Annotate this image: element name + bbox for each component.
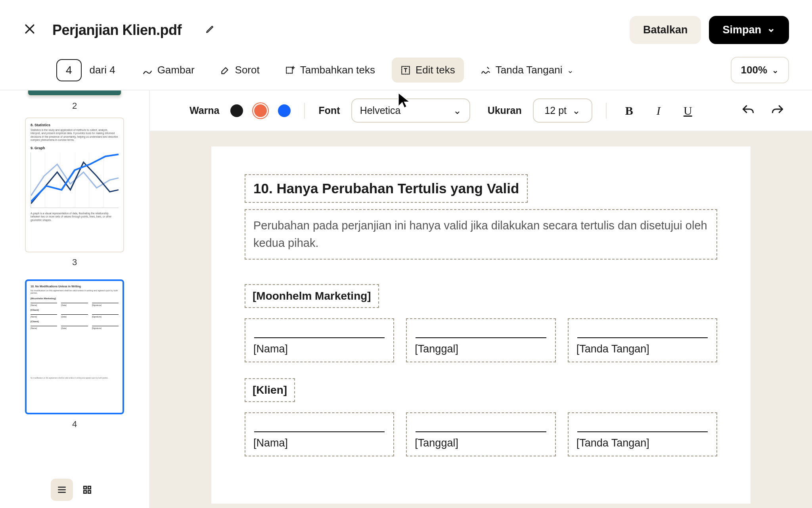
- highlight-tool[interactable]: Sorot: [211, 58, 268, 83]
- chevron-down-icon: ⌄: [772, 65, 779, 75]
- draw-icon: [142, 65, 153, 75]
- svg-rect-0: [286, 67, 292, 73]
- field-caption: [Tanda Tangan]: [576, 437, 709, 449]
- color-swatch-black[interactable]: [230, 104, 243, 117]
- thumb-text: Statistics is the study and application …: [31, 129, 119, 142]
- page-count-label: dari 4: [90, 64, 115, 76]
- edit-text-icon: [400, 65, 411, 75]
- editable-name-field[interactable]: [Nama]: [245, 318, 394, 362]
- svg-rect-5: [88, 491, 91, 493]
- underline-button[interactable]: U: [679, 104, 697, 117]
- thumbnail-number: 4: [72, 419, 77, 429]
- chevron-down-icon: [767, 24, 776, 36]
- editable-body[interactable]: Perubahan pada perjanjian ini hanya vali…: [245, 209, 717, 260]
- save-button[interactable]: Simpan: [709, 16, 789, 44]
- editable-name-field[interactable]: [Nama]: [245, 412, 394, 456]
- color-label: Warna: [190, 105, 219, 116]
- color-swatch-blue[interactable]: [278, 104, 291, 117]
- thumbnail-page-3[interactable]: 8. Statistics Statistics is the study an…: [25, 117, 124, 252]
- chevron-down-icon: ⌄: [453, 105, 462, 116]
- font-label: Font: [318, 105, 340, 116]
- grid-view-toggle[interactable]: [76, 479, 98, 501]
- document-canvas[interactable]: 10. Hanya Perubahan Tertulis yang Valid …: [150, 131, 812, 508]
- editable-heading[interactable]: 10. Hanya Perubahan Tertulis yang Valid: [245, 174, 528, 203]
- add-text-label: Tambahkan teks: [300, 64, 375, 76]
- rename-icon[interactable]: [205, 24, 215, 36]
- cancel-label: Batalkan: [643, 24, 688, 36]
- list-view-toggle[interactable]: [51, 479, 73, 501]
- font-select[interactable]: Helvetica ⌄: [351, 98, 470, 123]
- chevron-down-icon: ⌄: [567, 65, 574, 75]
- undo-button[interactable]: [741, 104, 755, 117]
- sign-icon: [481, 65, 491, 75]
- svg-rect-3: [88, 486, 91, 489]
- italic-button[interactable]: I: [649, 104, 668, 117]
- editable-signature-field[interactable]: [Tanda Tangan]: [568, 412, 717, 456]
- redo-button[interactable]: [771, 104, 784, 117]
- svg-rect-2: [84, 486, 86, 489]
- field-caption: [Tanggal]: [415, 437, 547, 449]
- thumbnail-sidebar: 2 8. Statistics Statistics is the study …: [0, 90, 150, 508]
- size-label: Ukuran: [488, 105, 522, 116]
- thumbnail-page-4[interactable]: 10. No Modifications Unless in Writing N…: [25, 279, 124, 414]
- bold-button[interactable]: B: [620, 104, 638, 117]
- thumb-heading: 8. Statistics: [31, 123, 119, 127]
- svg-rect-4: [84, 491, 86, 493]
- thumbnail-number: 3: [72, 257, 77, 267]
- chevron-down-icon: ⌄: [572, 105, 580, 116]
- draw-label: Gambar: [157, 64, 195, 76]
- editable-date-field[interactable]: [Tanggal]: [406, 412, 555, 456]
- color-swatch-orange[interactable]: [254, 104, 267, 117]
- page: 10. Hanya Perubahan Tertulis yang Valid …: [211, 146, 751, 504]
- format-bar: Warna Font Helvetica ⌄ Ukuran 12 pt ⌄ B …: [150, 90, 812, 131]
- toolbar: 4 dari 4 Gambar Sorot Tambahkan teks: [0, 54, 812, 90]
- highlight-icon: [220, 65, 230, 75]
- field-caption: [Nama]: [253, 437, 385, 449]
- thumb-heading: 10. No Modifications Unless in Writing: [31, 285, 119, 288]
- thumb-footer: No modification on this agreement shall …: [31, 377, 119, 379]
- divider: [304, 103, 305, 119]
- field-caption: [Tanda Tangan]: [576, 343, 709, 355]
- cancel-button[interactable]: Batalkan: [630, 16, 701, 44]
- thumb-text: [Moonhelm Marketing]: [31, 297, 119, 300]
- sign-label: Tanda Tangani: [496, 64, 563, 76]
- add-text-tool[interactable]: Tambahkan teks: [276, 58, 384, 83]
- thumb-chart: [31, 152, 119, 208]
- topbar: Perjanjian Klien.pdf Batalkan Simpan: [0, 0, 812, 54]
- field-caption: [Tanggal]: [415, 343, 547, 355]
- editable-date-field[interactable]: [Tanggal]: [406, 318, 555, 362]
- highlight-label: Sorot: [235, 64, 260, 76]
- file-title: Perjanjian Klien.pdf: [52, 22, 182, 38]
- thumbnail-number: 2: [72, 101, 77, 111]
- thumb-heading: 9. Graph: [31, 146, 119, 150]
- thumbnail-page-2[interactable]: [27, 90, 122, 96]
- thumb-text: A graph is a visual representation of da…: [31, 212, 119, 222]
- thumb-text: [Client]: [31, 309, 119, 311]
- divider: [606, 103, 607, 119]
- draw-tool[interactable]: Gambar: [134, 58, 203, 83]
- save-label: Simpan: [722, 24, 761, 36]
- size-value: 12 pt: [544, 105, 567, 116]
- thumb-text: No modification on this agreement shall …: [31, 289, 119, 294]
- sign-tool[interactable]: Tanda Tangani ⌄: [472, 58, 583, 83]
- editable-party-2[interactable]: [Klien]: [245, 378, 295, 402]
- zoom-value: 100%: [741, 64, 768, 76]
- edit-text-tool[interactable]: Edit teks: [392, 58, 464, 83]
- field-caption: [Nama]: [253, 343, 385, 355]
- font-value: Helvetica: [360, 105, 401, 116]
- zoom-select[interactable]: 100% ⌄: [731, 57, 789, 83]
- editable-party-1[interactable]: [Moonhelm Marketing]: [245, 284, 379, 308]
- edit-text-label: Edit teks: [416, 64, 455, 76]
- add-text-icon: [285, 65, 295, 75]
- editable-signature-field[interactable]: [Tanda Tangan]: [568, 318, 717, 362]
- current-page-input[interactable]: 4: [56, 59, 82, 81]
- size-select[interactable]: 12 pt ⌄: [533, 98, 592, 123]
- thumb-text: [Client]: [31, 320, 119, 323]
- close-button[interactable]: [23, 22, 36, 38]
